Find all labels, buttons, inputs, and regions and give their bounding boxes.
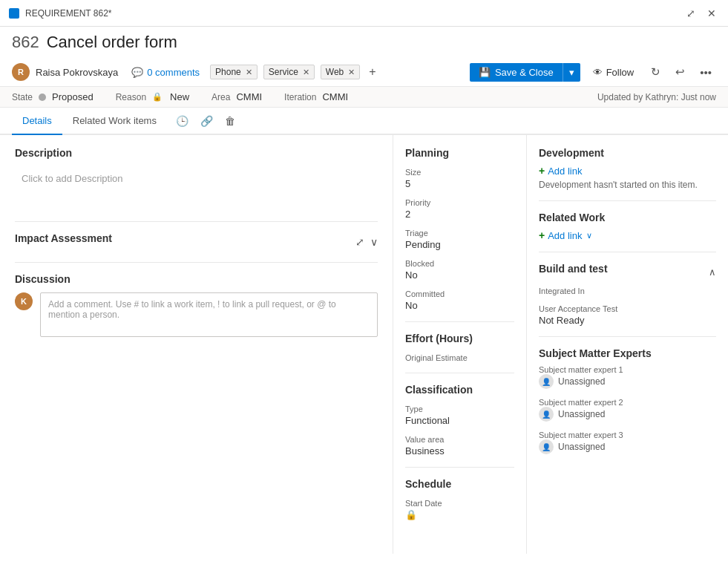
comments-button[interactable]: 💬 0 comments (127, 65, 204, 80)
close-window-icon[interactable]: ✕ (704, 6, 719, 21)
dev-empty-text: Development hasn't started on this item. (539, 180, 716, 190)
dev-add-link-label: Add link (548, 166, 582, 177)
priority-value[interactable]: 2 (405, 209, 514, 220)
save-close-main[interactable]: 💾 Save & Close (470, 63, 563, 82)
type-field: Type Functional (405, 405, 514, 426)
committed-value[interactable]: No (405, 300, 514, 311)
follow-button[interactable]: 👁 Follow (586, 63, 641, 82)
history-icon[interactable]: 🕒 (173, 112, 191, 130)
eye-icon: 👁 (593, 67, 603, 78)
undo-button[interactable]: ↩ (671, 62, 689, 82)
triage-label: Triage (405, 229, 514, 238)
title-bar: REQUIREMENT 862* ⤢ ✕ (0, 0, 728, 27)
size-value[interactable]: 5 (405, 178, 514, 189)
tag-web: Web ✕ (321, 65, 360, 79)
size-field: Size 5 (405, 168, 514, 189)
value-area-value[interactable]: Business (405, 445, 514, 456)
impact-header: Impact Assessment ⤢ ∨ (15, 232, 378, 252)
dev-divider-2 (539, 252, 716, 252)
description-input[interactable]: Click to add Description (15, 166, 378, 211)
related-work-add-link[interactable]: + Add link ∨ (539, 229, 716, 241)
sme3-group: Subject matter expert 3 👤 Unassigned (539, 431, 716, 454)
triage-value[interactable]: Pending (405, 239, 514, 250)
more-options-button[interactable]: ••• (695, 63, 716, 82)
follow-label: Follow (606, 67, 634, 78)
sme2-label: Subject matter expert 2 (539, 398, 716, 407)
effort-title: Effort (Hours) (405, 333, 514, 344)
add-tag-button[interactable]: + (366, 64, 378, 80)
delete-icon[interactable]: 🗑 (222, 112, 238, 130)
sme1-group: Subject matter expert 1 👤 Unassigned (539, 365, 716, 389)
user-name: Raisa Pokrovskaya (36, 67, 118, 78)
related-add-link-chevron: ∨ (586, 231, 592, 240)
user-acceptance-value[interactable]: Not Ready (539, 315, 716, 326)
save-close-button[interactable]: 💾 Save & Close ▾ (470, 63, 580, 82)
original-estimate-label: Original Estimate (405, 353, 514, 362)
sme3-value[interactable]: Unassigned (558, 442, 605, 452)
lock-icon: 🔒 (152, 92, 163, 102)
area-field: Area CMMI (211, 91, 262, 102)
tab-related-work-items[interactable]: Related Work items (62, 108, 167, 135)
build-test-collapse-icon[interactable]: ∧ (709, 266, 716, 278)
dev-add-link[interactable]: + Add link (539, 165, 716, 177)
sme2-item: 👤 Unassigned (539, 407, 716, 422)
related-add-link-plus-icon: + (539, 229, 545, 241)
comments-label: 0 comments (147, 67, 200, 78)
item-title: Cancel order form (47, 33, 177, 52)
related-work-title: Related Work (539, 212, 716, 223)
planning-divider-1 (405, 321, 514, 322)
work-item-title-bar: 862 Cancel order form (0, 27, 728, 58)
add-link-plus-icon: + (539, 165, 545, 177)
blocked-value[interactable]: No (405, 269, 514, 281)
tab-details[interactable]: Details (12, 108, 62, 135)
integrated-in-label: Integrated In (539, 287, 716, 295)
blocked-label: Blocked (405, 259, 514, 268)
planning-title: Planning (405, 147, 514, 159)
user-acceptance-label: User Acceptance Test (539, 304, 716, 313)
sme1-value[interactable]: Unassigned (558, 376, 605, 387)
iteration-label: Iteration (284, 92, 316, 102)
sme3-label: Subject matter expert 3 (539, 431, 716, 439)
area-label: Area (211, 92, 230, 102)
sme1-item: 👤 Unassigned (539, 374, 716, 389)
refresh-button[interactable]: ↻ (646, 62, 665, 82)
left-panel: Description Click to add Description Imp… (0, 135, 393, 554)
sme2-value[interactable]: Unassigned (558, 409, 605, 419)
iteration-value[interactable]: CMMI (322, 91, 348, 102)
classification-title: Classification (405, 384, 514, 396)
comment-placeholder: Add a comment. Use # to link a work item… (48, 299, 336, 320)
state-value[interactable]: Proposed (52, 91, 94, 102)
avatar: R (12, 63, 30, 81)
remove-service-tag[interactable]: ✕ (303, 68, 309, 77)
tag-web-label: Web (326, 67, 344, 77)
start-date-icon[interactable]: 🔒 (405, 509, 514, 520)
link-icon[interactable]: 🔗 (197, 112, 216, 130)
area-value[interactable]: CMMI (236, 91, 262, 102)
triage-field: Triage Pending (405, 229, 514, 250)
discussion-avatar: K (15, 292, 33, 310)
divider-1 (15, 221, 378, 222)
state-label: State (12, 92, 33, 102)
sme1-avatar-icon: 👤 (539, 374, 554, 389)
type-value[interactable]: Functional (405, 415, 514, 426)
save-dropdown-arrow[interactable]: ▾ (563, 63, 580, 82)
start-date-label: Start Date (405, 499, 514, 508)
title-bar-text: REQUIREMENT 862* (25, 8, 111, 19)
remove-phone-tag[interactable]: ✕ (246, 68, 252, 77)
build-test-title: Build and test (539, 263, 608, 275)
description-title: Description (15, 147, 378, 159)
toolbar: R Raisa Pokrovskaya 💬 0 comments Phone ✕… (0, 58, 728, 87)
reason-value[interactable]: New (170, 91, 189, 102)
expand-icon[interactable]: ⤢ (355, 236, 364, 248)
dev-divider-1 (539, 200, 716, 201)
original-estimate-field: Original Estimate (405, 353, 514, 362)
tag-service-label: Service (269, 67, 298, 77)
priority-label: Priority (405, 198, 514, 207)
comment-input[interactable]: Add a comment. Use # to link a work item… (40, 292, 378, 337)
priority-field: Priority 2 (405, 198, 514, 220)
collapse-window-icon[interactable]: ⤢ (683, 6, 698, 21)
collapse-icon[interactable]: ∨ (370, 236, 378, 248)
remove-web-tag[interactable]: ✕ (348, 68, 355, 77)
iteration-field: Iteration CMMI (284, 91, 348, 102)
state-field: State Proposed (12, 91, 94, 102)
